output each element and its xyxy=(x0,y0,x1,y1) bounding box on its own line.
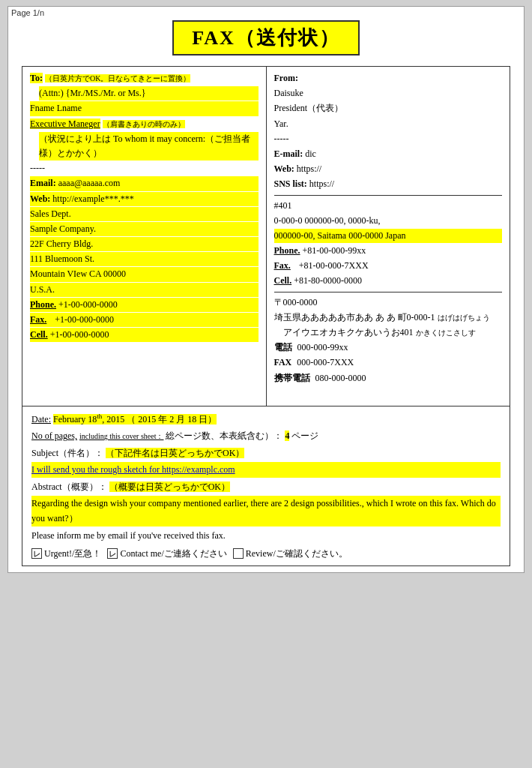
abstract-note: （概要は日英どっちかでOK） xyxy=(109,482,230,492)
checkbox-review-box[interactable] xyxy=(233,548,244,559)
from-jp-phone-label: 電話 xyxy=(274,342,292,352)
to-company: Sample Company. xyxy=(30,222,259,236)
to-attn: (Attn:) {Mr./MS./Mr. or Ms.} xyxy=(39,86,259,100)
from-jp-phone-block: 電話 000-000-99xx xyxy=(274,340,503,355)
from-web-label: Web: xyxy=(274,164,294,174)
from-jp-cell-block: 携帯電話 080-000-0000 xyxy=(274,371,503,386)
to-address2: 111 Bluemoon St. xyxy=(30,252,259,266)
pages-note: including this cover sheet： xyxy=(79,432,163,440)
checkbox-review[interactable]: Review/ご確認ください。 xyxy=(233,546,348,561)
from-fax-value: +81-00-000-7XXX xyxy=(299,260,369,271)
from-fax-label: Fax. xyxy=(274,260,291,271)
from-web-value: https:// xyxy=(297,164,321,174)
from-jp-addr1-block: 埼玉県あああああ市ああ あ あ 町0-000-1 はげはげちょう xyxy=(274,310,503,325)
from-separator-hr2 xyxy=(274,292,503,292)
to-attn-text: (Attn:) {Mr./MS./Mr. or Ms.} xyxy=(39,88,146,98)
to-address3: Mountain VIew CA 00000 xyxy=(30,267,259,281)
from-separator1: ----- xyxy=(274,132,503,146)
to-cell-label: Cell. xyxy=(30,329,48,340)
subject-label: Subject（件名）： xyxy=(31,448,103,458)
title-row: FAX（送付状） xyxy=(22,20,510,56)
to-separator1: ----- xyxy=(30,161,259,176)
to-cell-block: Cell. +1-00-000-0000 xyxy=(30,328,259,342)
to-title-line: Executive Maneger （肩書きありの時のみ） xyxy=(30,117,259,131)
to-title-text: Executive Maneger xyxy=(30,118,100,129)
fax-page: Page 1/n FAX（送付状） To: （日英片方でOK。日ならてきとーに置… xyxy=(7,6,525,573)
to-header-block: To: （日英片方でOK。日ならてきとーに置換） xyxy=(30,71,259,86)
to-situation-note: （状況により上は To whom it may concern:（ご担当者様）と… xyxy=(39,132,259,160)
checkbox-contact-box[interactable]: レ xyxy=(107,548,118,559)
from-email-label: E-mail: xyxy=(274,148,303,159)
from-addr2: 000000-00, Saitama 000-0000 Japan xyxy=(274,229,503,243)
closing-row: Please inform me by email if you've rece… xyxy=(31,528,501,543)
from-email-value: dic xyxy=(305,148,316,159)
date-rest: , 2015 xyxy=(102,414,124,424)
to-web-value: http://example***.*** xyxy=(52,194,133,204)
pages-label: No of pages, xyxy=(31,430,77,441)
checkbox-row: レ Urgent!/至急！ レ Contact me/ご連絡ください Revie… xyxy=(31,546,501,561)
from-jp-postal: 〒000-0000 xyxy=(274,296,503,310)
from-cell-block: Cell. +81-80-0000-0000 xyxy=(274,274,503,288)
to-fax-value: +1-00-000-0000 xyxy=(55,314,114,325)
date-value: February 18th, 2015 xyxy=(53,414,127,424)
page-content: FAX（送付状） To: （日英片方でOK。日ならてきとーに置換） (Attn:… xyxy=(8,7,524,572)
to-title-note: （肩書きありの時のみ） xyxy=(103,120,185,128)
from-sns-label: SNS list: xyxy=(274,178,307,189)
subject-note: （下記件名は日英どっちかでOK） xyxy=(106,448,244,458)
from-jp-cell-value: 080-000-0000 xyxy=(315,373,366,383)
to-address1: 22F Cherry Bldg. xyxy=(30,237,259,251)
checkbox-review-label: Review/ご確認ください。 xyxy=(246,546,348,561)
checkbox-contact[interactable]: レ Contact me/ご連絡ください xyxy=(107,546,226,561)
bottom-section: Date: February 18th, 2015 （ 2015 年 2 月 1… xyxy=(22,406,510,567)
from-jp-addr2-block: アイウエオカキクケあいうお401 かきくけこさしす xyxy=(283,326,503,340)
abstract-value: Regarding the design wish your company m… xyxy=(31,496,501,526)
from-cell-value: +81-80-0000-0000 xyxy=(294,275,362,286)
to-phone-value: +1-00-000-0000 xyxy=(58,299,118,310)
fax-title: FAX（送付状） xyxy=(172,20,360,56)
from-email-block: E-mail: dic xyxy=(274,147,503,161)
abstract-row: Abstract（概要）： （概要は日英どっちかでOK） xyxy=(31,479,501,494)
subject-value: I will send you the rough sketch for htt… xyxy=(31,462,501,477)
to-web-label: Web: xyxy=(30,194,50,204)
from-column: From: Daisuke President（代表） Yar. ----- E… xyxy=(266,67,510,406)
page-indicator: Page 1/n xyxy=(11,8,44,17)
pages-unit: ページ xyxy=(291,430,318,441)
from-fax-block: Fax. +81-00-000-7XXX xyxy=(274,259,503,273)
to-email-value: aaaa@aaaaa.com xyxy=(58,178,121,188)
date-text: February 18 xyxy=(53,414,97,424)
from-label: From: xyxy=(274,73,298,83)
from-phone-value: +81-00-000-99xx xyxy=(303,245,366,256)
to-fax-label: Fax. xyxy=(30,314,46,325)
to-cell-value: +1-00-000-0000 xyxy=(50,329,109,340)
to-dept: Sales Dept. xyxy=(30,207,259,221)
to-label: To: xyxy=(30,73,43,83)
abstract-label: Abstract（概要）： xyxy=(31,482,107,492)
to-name-text: Fname Lname xyxy=(30,103,82,113)
from-jp-fax-value: 000-000-7XXX xyxy=(297,357,354,368)
to-name: Fname Lname xyxy=(30,101,259,116)
to-situation-text: （状況により上は To whom it may concern:（ご担当者様）と… xyxy=(39,134,250,158)
checkbox-urgent-box[interactable]: レ xyxy=(31,548,42,559)
to-fax-block: Fax. +1-00-000-0000 xyxy=(30,313,259,327)
from-separator-hr1 xyxy=(274,195,503,196)
from-jp-fax-label: FAX xyxy=(274,357,292,368)
from-sns-block: SNS list: https:// xyxy=(274,177,503,191)
from-jp-fax-block: FAX 000-000-7XXX xyxy=(274,356,503,370)
checkbox-urgent[interactable]: レ Urgent!/至急！ xyxy=(31,546,101,561)
to-web-block: Web: http://example***.*** xyxy=(30,192,259,206)
to-column: To: （日英片方でOK。日ならてきとーに置換） (Attn:) {Mr./MS… xyxy=(22,67,267,406)
to-email-block: Email: aaaa@aaaaa.com xyxy=(30,176,259,190)
checkbox-contact-label: Contact me/ご連絡ください xyxy=(120,546,226,561)
subject-row: Subject（件名）： （下記件名は日英どっちかでOK） xyxy=(31,446,501,460)
from-sns-value: https:// xyxy=(309,178,334,189)
from-jp-phone-value: 000-000-99xx xyxy=(297,342,348,352)
main-table: To: （日英片方でOK。日ならてきとーに置換） (Attn:) {Mr./MS… xyxy=(22,66,510,406)
from-jp-addr1-note: はげはげちょう xyxy=(438,314,490,322)
to-header-note: （日英片方でOK。日ならてきとーに置換） xyxy=(45,74,190,82)
checkbox-urgent-check: レ xyxy=(33,548,40,560)
to-phone-block: Phone. +1-00-000-0000 xyxy=(30,298,259,312)
from-phone-label: Phone. xyxy=(274,245,300,256)
date-label: Date: xyxy=(31,414,51,424)
date-jp: （ 2015 年 2 月 18 日） xyxy=(127,414,217,424)
to-email-label: Email: xyxy=(30,178,56,188)
